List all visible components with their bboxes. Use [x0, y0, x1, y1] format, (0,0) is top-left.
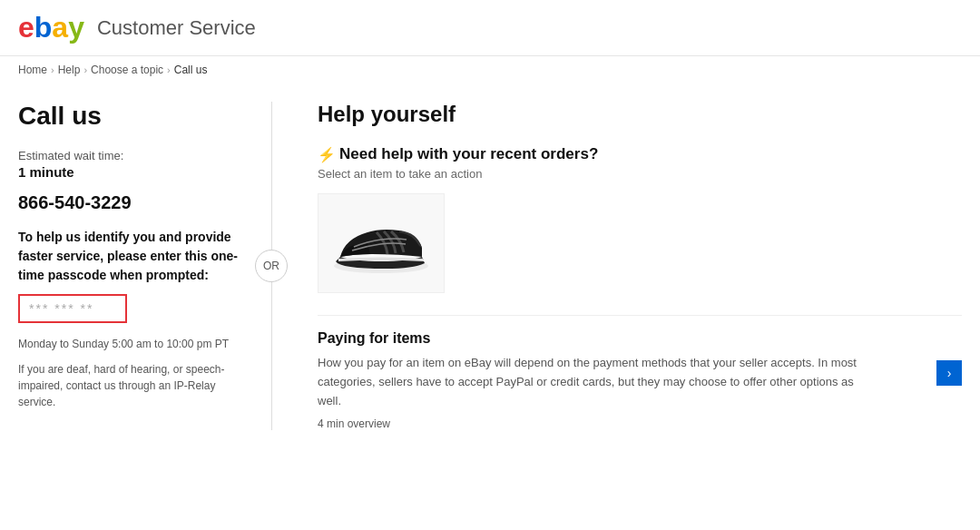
page-title: Customer Service: [97, 16, 256, 40]
breadcrumb-current: Call us: [174, 64, 208, 76]
call-us-title: Call us: [18, 102, 244, 131]
wait-time-label: Estimated wait time:: [18, 149, 244, 162]
ebay-logo: e b a y: [18, 11, 84, 44]
or-divider: OR: [255, 250, 288, 282]
recent-orders-title-text: Need help with your recent orders?: [339, 145, 598, 163]
recent-orders-title: ⚡ Need help with your recent orders?: [318, 145, 962, 163]
paying-section: Paying for items How you pay for an item…: [318, 315, 962, 430]
passcode-instruction: To help us identify you and provide fast…: [18, 228, 244, 285]
paying-description: How you pay for an item on eBay will dep…: [318, 354, 880, 410]
breadcrumb-home[interactable]: Home: [18, 64, 47, 76]
breadcrumb: Home › Help › Choose a topic › Call us: [0, 56, 980, 83]
logo-letter-b: b: [34, 11, 53, 44]
logo-letter-a: a: [52, 11, 68, 44]
accessibility-text: If you are deaf, hard of hearing, or spe…: [18, 361, 244, 410]
paying-arrow-button[interactable]: ›: [936, 360, 962, 386]
breadcrumb-sep-1: ›: [51, 64, 54, 75]
header: e b a y Customer Service: [0, 0, 980, 56]
bolt-icon: ⚡: [318, 146, 336, 163]
passcode-box: *** *** **: [18, 294, 127, 323]
help-yourself-title: Help yourself: [318, 102, 962, 127]
left-panel: Call us Estimated wait time: 1 minute 86…: [18, 102, 272, 430]
product-image[interactable]: [318, 193, 445, 293]
recent-orders-section: ⚡ Need help with your recent orders? Sel…: [318, 145, 962, 293]
shoe-svg: [327, 202, 436, 284]
wait-time-value: 1 minute: [18, 164, 244, 180]
main-content: Call us Estimated wait time: 1 minute 86…: [0, 83, 980, 448]
paying-meta: 4 min overview: [318, 417, 962, 430]
logo-letter-y: y: [68, 11, 84, 44]
hours-text: Monday to Sunday 5:00 am to 10:00 pm PT: [18, 338, 244, 350]
breadcrumb-sep-2: ›: [83, 64, 87, 75]
logo-letter-e: e: [18, 11, 34, 44]
breadcrumb-choose-topic[interactable]: Choose a topic: [91, 64, 163, 76]
breadcrumb-help[interactable]: Help: [58, 64, 81, 76]
phone-number[interactable]: 866-540-3229: [18, 192, 244, 213]
recent-orders-subtitle: Select an item to take an action: [318, 167, 962, 181]
breadcrumb-sep-3: ›: [167, 64, 171, 75]
arrow-right-icon: ›: [947, 366, 952, 380]
right-panel: Help yourself ⚡ Need help with your rece…: [272, 102, 962, 430]
paying-title: Paying for items: [318, 330, 962, 347]
